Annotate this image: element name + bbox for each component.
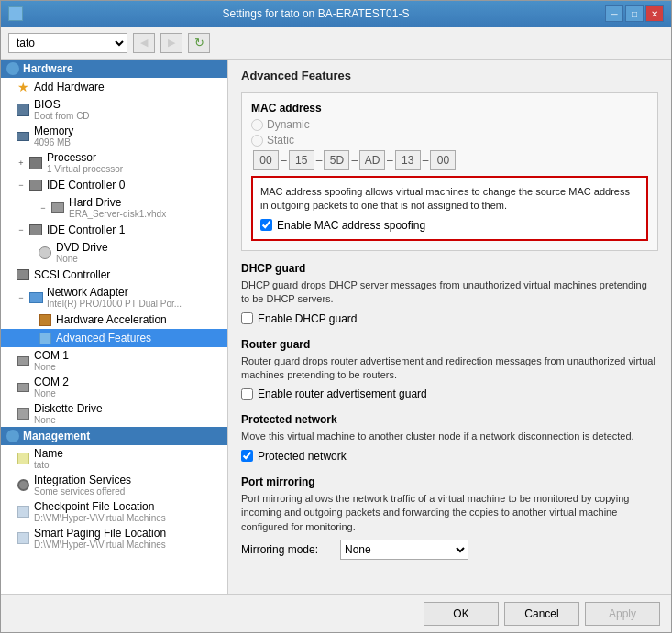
maximize-button[interactable]: □ bbox=[625, 5, 644, 22]
mac-octet-3: 5D bbox=[324, 150, 349, 170]
management-section-label: Management bbox=[23, 430, 90, 442]
sidebar-item-name[interactable]: Name tato bbox=[1, 445, 227, 472]
sidebar-item-network[interactable]: − Network Adapter Intel(R) PRO/1000 PT D… bbox=[1, 284, 227, 311]
network-icon bbox=[28, 290, 43, 305]
static-radio[interactable] bbox=[251, 135, 263, 147]
minimize-button[interactable]: ─ bbox=[605, 5, 623, 22]
sidebar-item-scsi[interactable]: SCSI Controller bbox=[1, 266, 227, 284]
vm-selector[interactable]: tato bbox=[8, 33, 127, 53]
protected-network-checkbox[interactable] bbox=[241, 450, 253, 462]
sidebar-item-com1[interactable]: COM 1 None bbox=[1, 347, 227, 374]
hard-drive-icon bbox=[50, 201, 65, 215]
dvd-label: DVD Drive bbox=[56, 241, 108, 254]
protected-network-label: Protected network bbox=[258, 450, 347, 463]
com1-label: COM 1 bbox=[34, 349, 69, 362]
enable-dhcp-guard-label: Enable DHCP guard bbox=[258, 312, 358, 325]
mac-spoofing-box: MAC address spoofing allows virtual mach… bbox=[251, 176, 648, 241]
network-label: Network Adapter bbox=[47, 286, 182, 299]
processor-label: Processor bbox=[47, 151, 123, 164]
sidebar-item-dvd[interactable]: DVD Drive None bbox=[1, 239, 227, 266]
com1-sub: None bbox=[34, 362, 69, 372]
memory-icon bbox=[16, 129, 30, 144]
titlebar: Settings for tato on BA-ERATEST01-S ─ □ … bbox=[1, 1, 671, 27]
com2-icon bbox=[16, 380, 30, 395]
mac-octet-4: AD bbox=[359, 150, 385, 170]
advanced-features-title: Advanced Features bbox=[241, 69, 658, 82]
smart-paging-sub: D:\VM\Hyper-V\Virtual Machines bbox=[34, 540, 166, 550]
mac-address-label: MAC address bbox=[251, 102, 648, 115]
sidebar-item-hw-accel[interactable]: Hardware Acceleration bbox=[1, 311, 227, 329]
close-button[interactable]: ✕ bbox=[645, 5, 664, 22]
hard-drive-label: Hard Drive bbox=[69, 196, 166, 209]
enable-mac-spoofing-checkbox[interactable] bbox=[260, 219, 272, 231]
network-expand[interactable]: − bbox=[16, 292, 27, 303]
left-panel: Hardware ★ Add Hardware BIOS Boot from C… bbox=[1, 60, 228, 594]
scsi-icon bbox=[16, 267, 30, 282]
com2-label: COM 2 bbox=[34, 376, 69, 388]
ide0-label: IDE Controller 0 bbox=[47, 179, 125, 191]
cancel-button[interactable]: Cancel bbox=[504, 602, 579, 626]
window-title: Settings for tato on BA-ERATEST01-S bbox=[27, 7, 605, 20]
network-sub: Intel(R) PRO/1000 PT Dual Por... bbox=[47, 299, 182, 309]
window-icon bbox=[8, 6, 23, 21]
hw-accel-label: Hardware Acceleration bbox=[56, 313, 167, 326]
com2-sub: None bbox=[34, 388, 69, 398]
dhcp-guard-section: DHCP guard DHCP guard drops DHCP server … bbox=[241, 262, 658, 325]
sidebar-item-ide1[interactable]: − IDE Controller 1 bbox=[1, 221, 227, 239]
add-hardware-icon: ★ bbox=[16, 80, 30, 94]
hdd-expand[interactable]: − bbox=[38, 202, 49, 213]
bios-label: BIOS bbox=[34, 98, 90, 111]
port-mirroring-desc: Port mirroring allows the network traffi… bbox=[241, 492, 658, 534]
name-label: Name bbox=[34, 447, 63, 460]
enable-router-guard-checkbox[interactable] bbox=[241, 388, 253, 400]
sidebar-item-hard-drive[interactable]: − Hard Drive ERA_Server-disk1.vhdx bbox=[1, 194, 227, 221]
sidebar-item-memory[interactable]: Memory 4096 MB bbox=[1, 123, 227, 149]
smart-paging-label: Smart Paging File Location bbox=[34, 527, 166, 540]
ide0-icon bbox=[28, 178, 43, 192]
com1-icon bbox=[16, 354, 30, 368]
apply-button[interactable]: Apply bbox=[585, 602, 660, 626]
ide1-expand[interactable]: − bbox=[16, 224, 27, 235]
sidebar-item-advanced-features[interactable]: Advanced Features bbox=[1, 329, 227, 347]
spoofing-description: MAC address spoofing allows virtual mach… bbox=[260, 185, 639, 213]
hardware-section-header: Hardware bbox=[1, 60, 227, 78]
integration-sub: Some services offered bbox=[34, 486, 131, 497]
memory-label: Memory bbox=[34, 125, 73, 137]
sidebar-item-processor[interactable]: + Processor 1 Virtual processor bbox=[1, 149, 227, 176]
ok-button[interactable]: OK bbox=[424, 602, 499, 626]
advanced-features-label: Advanced Features bbox=[56, 332, 151, 344]
diskette-sub: None bbox=[34, 415, 103, 425]
mac-fields: 00 – 15 – 5D – AD – 13 – 00 bbox=[253, 150, 648, 170]
dynamic-radio[interactable] bbox=[251, 119, 263, 131]
protected-network-desc: Move this virtual machine to another clu… bbox=[241, 430, 658, 443]
static-label: Static bbox=[267, 134, 294, 147]
dvd-sub: None bbox=[56, 254, 108, 264]
ide0-expand[interactable]: − bbox=[16, 180, 27, 191]
hardware-section-label: Hardware bbox=[23, 62, 73, 75]
sidebar-item-bios[interactable]: BIOS Boot from CD bbox=[1, 96, 227, 123]
processor-expand[interactable]: + bbox=[16, 158, 27, 169]
diskette-label: Diskette Drive bbox=[34, 402, 103, 415]
management-section-header: Management bbox=[1, 427, 227, 445]
checkpoint-icon bbox=[16, 505, 30, 519]
sidebar-item-diskette[interactable]: Diskette Drive None bbox=[1, 400, 227, 427]
refresh-button[interactable]: ↻ bbox=[188, 33, 210, 53]
processor-icon bbox=[28, 156, 43, 170]
sidebar-item-checkpoint[interactable]: Checkpoint File Location D:\VM\Hyper-V\V… bbox=[1, 498, 227, 525]
sidebar-item-integration[interactable]: Integration Services Some services offer… bbox=[1, 472, 227, 498]
enable-dhcp-guard-checkbox[interactable] bbox=[241, 312, 253, 324]
protected-network-title: Protected network bbox=[241, 413, 658, 426]
sidebar-item-add-hardware[interactable]: ★ Add Hardware bbox=[1, 78, 227, 96]
diskette-icon bbox=[16, 407, 30, 421]
back-button[interactable]: ◀ bbox=[133, 33, 155, 53]
scsi-label: SCSI Controller bbox=[34, 268, 110, 281]
sidebar-item-com2[interactable]: COM 2 None bbox=[1, 374, 227, 400]
forward-button[interactable]: ▶ bbox=[160, 33, 182, 53]
sidebar-item-ide0[interactable]: − IDE Controller 0 bbox=[1, 176, 227, 194]
mirroring-mode-label: Mirroring mode: bbox=[241, 543, 333, 556]
sidebar-item-smart-paging[interactable]: Smart Paging File Location D:\VM\Hyper-V… bbox=[1, 525, 227, 551]
mirroring-mode-select[interactable]: None Source Destination bbox=[340, 540, 468, 560]
bios-icon bbox=[16, 103, 30, 117]
ide1-icon bbox=[28, 223, 43, 237]
checkpoint-label: Checkpoint File Location bbox=[34, 500, 166, 513]
